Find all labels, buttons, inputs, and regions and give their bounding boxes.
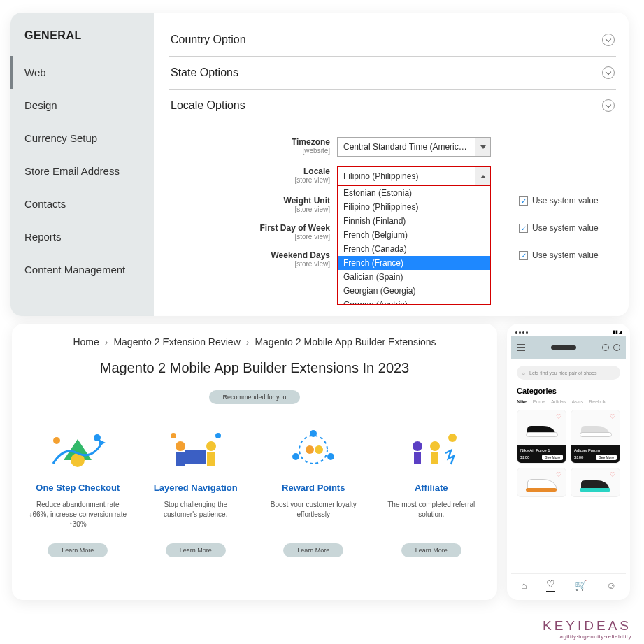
sidebar-item-store-email[interactable]: Store Email Address bbox=[10, 155, 154, 187]
feature-desc: Boost your customer loyalty effortlessly bbox=[264, 500, 362, 531]
feature-title: Affiliate bbox=[382, 482, 480, 493]
product-price: $100 bbox=[574, 455, 583, 459]
locale-option[interactable]: Georgian (Georgia) bbox=[338, 284, 490, 298]
phone-notch bbox=[551, 345, 576, 350]
svg-point-10 bbox=[171, 433, 176, 438]
category-tab[interactable]: Nike bbox=[517, 399, 527, 404]
accordion-locale[interactable]: Locale Options bbox=[169, 90, 616, 122]
dropdown-trigger-icon bbox=[475, 138, 490, 156]
timezone-label: Timezone [website] bbox=[252, 137, 330, 155]
product-name: Adidas Forum bbox=[574, 448, 617, 452]
use-system-value-firstday[interactable]: Use system value bbox=[519, 223, 599, 233]
bell-icon[interactable] bbox=[602, 344, 609, 351]
checkbox-icon bbox=[519, 196, 528, 206]
see-more-button[interactable]: See More bbox=[542, 455, 563, 460]
firstday-label: First Day of Week [store view] bbox=[252, 223, 330, 241]
checkbox-icon bbox=[519, 251, 528, 260]
sidebar-item-currency[interactable]: Currency Setup bbox=[10, 122, 154, 155]
svg-rect-9 bbox=[207, 452, 215, 466]
locale-option[interactable]: Estonian (Estonia) bbox=[338, 186, 490, 200]
sidebar-item-design[interactable]: Design bbox=[10, 89, 154, 122]
sidebar-item-reports[interactable]: Reports bbox=[10, 220, 154, 253]
locale-option[interactable]: Filipino (Philippines) bbox=[338, 200, 490, 214]
svg-point-19 bbox=[430, 441, 440, 451]
learn-more-button[interactable]: Learn More bbox=[401, 543, 461, 557]
locale-option[interactable]: German (Austria) bbox=[338, 298, 490, 305]
footer-logo: KEYIDEAS agility·ingenuity·reliability bbox=[543, 618, 631, 640]
heart-icon[interactable]: ♡ bbox=[546, 578, 555, 592]
product-card[interactable]: ♡Adidas Forum$100See More bbox=[571, 410, 620, 464]
feature-title: One Step Checkout bbox=[29, 482, 127, 493]
locale-label: Locale [store view] bbox=[252, 166, 330, 184]
bag-icon[interactable] bbox=[613, 344, 620, 351]
feature-card: Reward PointsBoost your customer loyalty… bbox=[264, 425, 362, 557]
svg-rect-21 bbox=[431, 452, 438, 464]
chevron-down-icon bbox=[602, 34, 615, 46]
timezone-select[interactable]: Central Standard Time (America/Chic... bbox=[337, 137, 491, 157]
locale-form: Timezone [website] Central Standard Time… bbox=[252, 137, 616, 278]
menu-icon[interactable] bbox=[517, 344, 525, 351]
category-tab[interactable]: Reebok bbox=[589, 399, 606, 404]
search-input[interactable]: ⌕ Lets find you nice pair of shoes bbox=[517, 366, 620, 380]
sidebar-title: GENERAL bbox=[10, 18, 154, 56]
locale-option[interactable]: Finnish (Finland) bbox=[338, 214, 490, 228]
svg-point-7 bbox=[206, 441, 216, 451]
phone-status-bar: ▮▮◢ bbox=[511, 328, 626, 336]
learn-more-button[interactable]: Learn More bbox=[166, 543, 226, 557]
locale-option[interactable]: French (Canada) bbox=[338, 242, 490, 256]
brand-tagline: agility·ingenuity·reliability bbox=[543, 634, 631, 640]
sidebar-item-web[interactable]: Web bbox=[10, 56, 154, 89]
feature-card: Layered NavigationStop challenging the c… bbox=[147, 425, 245, 557]
locale-option[interactable]: Galician (Spain) bbox=[338, 270, 490, 284]
sidebar-item-contacts[interactable]: Contacts bbox=[10, 187, 154, 220]
learn-more-button[interactable]: Learn More bbox=[48, 543, 108, 557]
locale-option[interactable]: French (Belgium) bbox=[338, 228, 490, 242]
breadcrumb-home[interactable]: Home bbox=[73, 336, 99, 348]
product-price: $200 bbox=[520, 455, 529, 459]
article-panel: Home › Magento 2 Extension Review › Mage… bbox=[12, 324, 497, 600]
recommended-pill: Recommended for you bbox=[209, 390, 300, 404]
chevron-down-icon bbox=[602, 99, 615, 112]
svg-rect-5 bbox=[185, 450, 206, 464]
search-icon: ⌕ bbox=[522, 371, 525, 375]
cart-icon[interactable]: 🛒 bbox=[575, 580, 587, 591]
category-tab[interactable]: Asics bbox=[572, 399, 584, 404]
locale-select[interactable]: Filipino (Philippines) bbox=[337, 166, 491, 186]
accordion-state[interactable]: State Options bbox=[169, 57, 616, 90]
feature-illustration bbox=[278, 425, 348, 474]
home-icon[interactable]: ⌂ bbox=[521, 580, 527, 591]
product-card[interactable]: ♡ bbox=[517, 468, 566, 497]
svg-point-16 bbox=[292, 453, 299, 460]
accordion-title: Country Option bbox=[171, 34, 246, 46]
feature-desc: The most completed referral solution. bbox=[382, 500, 480, 531]
feature-illustration bbox=[161, 425, 231, 474]
config-main: Country Option State Options Locale Opti… bbox=[154, 13, 629, 316]
category-tab[interactable]: Puma bbox=[533, 399, 545, 404]
product-name: Nike Air Force 1 bbox=[520, 448, 563, 452]
see-more-button[interactable]: See More bbox=[596, 455, 617, 460]
breadcrumb: Home › Magento 2 Extension Review › Mage… bbox=[19, 336, 490, 348]
weekend-label: Weekend Days [store view] bbox=[252, 250, 330, 268]
brand-name: KEYIDEAS bbox=[543, 618, 631, 634]
accordion-title: Locale Options bbox=[171, 99, 245, 112]
breadcrumb-item[interactable]: Magento 2 Extension Review bbox=[113, 336, 240, 348]
categories-title: Categories bbox=[517, 387, 620, 395]
svg-point-22 bbox=[448, 434, 457, 442]
locale-option[interactable]: French (France) bbox=[338, 256, 490, 270]
sidebar-item-content-mgmt[interactable]: Content Management bbox=[10, 253, 154, 286]
user-icon[interactable]: ☺ bbox=[606, 580, 616, 591]
locale-dropdown-list[interactable]: Estonian (Estonia)Filipino (Philippines)… bbox=[337, 186, 491, 305]
learn-more-button[interactable]: Learn More bbox=[283, 543, 343, 557]
feature-card: AffiliateThe most completed referral sol… bbox=[382, 425, 480, 557]
breadcrumb-item[interactable]: Magento 2 Mobile App Builder Extensions bbox=[255, 336, 436, 348]
category-tab[interactable]: Adidas bbox=[551, 399, 566, 404]
accordion-country[interactable]: Country Option bbox=[169, 24, 616, 57]
product-card[interactable]: ♡Nike Air Force 1$200See More bbox=[517, 410, 566, 464]
use-system-value-weight[interactable]: Use system value bbox=[519, 196, 599, 206]
feature-desc: Reduce abandonment rate ↓66%, increase c… bbox=[29, 500, 127, 531]
use-system-value-weekend[interactable]: Use system value bbox=[519, 250, 599, 260]
feature-illustration bbox=[396, 425, 466, 474]
svg-point-15 bbox=[310, 430, 317, 437]
product-card[interactable]: ♡ bbox=[571, 468, 620, 497]
svg-point-11 bbox=[215, 433, 221, 438]
